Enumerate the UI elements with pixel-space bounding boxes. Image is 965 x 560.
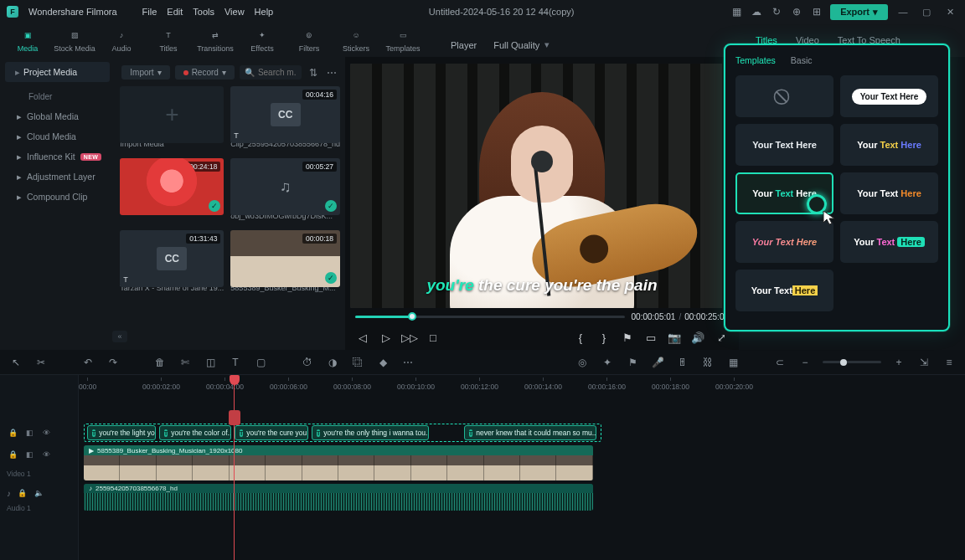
time-ruler[interactable]: 00:0000:00:02:0000:00:04:0000:00:06:0000… xyxy=(79,375,965,393)
scrub-bar[interactable]: 00:00:05:01/00:00:25:01 xyxy=(350,308,734,325)
tab-filters[interactable]: ⊚Filters xyxy=(286,28,332,55)
title-template-2[interactable]: Your Text Here xyxy=(735,124,833,166)
collapse-tree-button[interactable]: « xyxy=(112,331,127,342)
caption-clip[interactable]: Tyou're the only thing i wanna tou... xyxy=(312,425,429,440)
split-icon[interactable]: ✄ xyxy=(178,355,193,370)
quality-select[interactable]: Full Quality xyxy=(493,40,539,50)
tab-transitions[interactable]: ⇄Transitions xyxy=(193,28,238,55)
sort-icon[interactable]: ⇅ xyxy=(307,66,320,80)
text-tool-icon[interactable]: T xyxy=(228,355,243,370)
record-dropdown[interactable]: Record▾ xyxy=(175,65,235,80)
layout-icon[interactable]: ▦ xyxy=(730,5,743,18)
cloud-icon[interactable]: ☁ xyxy=(750,5,763,18)
frame-icon[interactable]: ▢ xyxy=(253,355,268,370)
group-icon[interactable]: ⿻ xyxy=(350,355,365,370)
render-icon[interactable]: ▦ xyxy=(725,355,741,370)
tree-folder[interactable]: Folder xyxy=(0,87,115,106)
export-button[interactable]: Export ▾ xyxy=(830,4,888,20)
menu-tools[interactable]: Tools xyxy=(193,7,214,17)
menu-help[interactable]: Help xyxy=(255,7,274,17)
player-tab[interactable]: Player xyxy=(451,40,477,50)
scrub-track[interactable] xyxy=(355,316,625,318)
menu-edit[interactable]: Edit xyxy=(167,7,183,17)
timeline-settings-icon[interactable]: ≡ xyxy=(942,355,957,370)
title-template-4[interactable]: Your Text Here xyxy=(735,172,833,214)
window-maximize[interactable]: ▢ xyxy=(918,7,935,18)
tab-titles[interactable]: TTitles xyxy=(146,28,191,55)
zoom-slider[interactable] xyxy=(823,361,881,363)
mute-icon[interactable]: 👁 xyxy=(40,449,52,460)
expand-icon[interactable]: ⤢ xyxy=(714,330,729,345)
pointer-tool-icon[interactable]: ↖ xyxy=(8,355,23,370)
scrub-thumb[interactable] xyxy=(408,312,416,321)
titles-tab-templates[interactable]: Templates xyxy=(735,54,776,67)
undo-icon[interactable]: ↶ xyxy=(80,355,95,370)
title-template-7[interactable]: Your Text Here xyxy=(840,221,938,263)
preview-viewport[interactable]: you're the cure you're the pain xyxy=(350,64,734,308)
lock-icon[interactable]: 🔒 xyxy=(7,427,18,439)
account-icon[interactable]: ⊞ xyxy=(810,5,823,18)
speed-icon[interactable]: ⏱ xyxy=(300,355,315,370)
window-minimize[interactable]: — xyxy=(895,7,911,17)
video-clip[interactable]: ▶5855389_Busker_Busking_Musician_1920x10… xyxy=(84,445,593,480)
zoom-in-icon[interactable]: + xyxy=(891,355,906,370)
clip-audio[interactable]: 00:05:27 ♫ ✓ xyxy=(230,158,340,215)
title-template-8[interactable]: Your Text Here xyxy=(735,270,833,311)
tree-compound-clip[interactable]: ▸Compound Clip xyxy=(0,187,115,207)
fit-icon[interactable]: ⇲ xyxy=(916,355,931,370)
title-template-none[interactable]: ⃠ xyxy=(735,75,833,117)
tab-stock-media[interactable]: ▧Stock Media xyxy=(52,28,97,55)
import-tile[interactable]: + xyxy=(120,86,224,143)
lock-icon[interactable]: 🔒 xyxy=(16,487,28,499)
playhead[interactable] xyxy=(234,375,235,560)
blade-tool-icon[interactable]: ✂ xyxy=(34,355,49,370)
title-template-5[interactable]: Your Text Here xyxy=(840,172,938,214)
brace-close-icon[interactable]: } xyxy=(596,330,612,345)
display-icon[interactable]: ▭ xyxy=(643,330,658,345)
more-icon[interactable]: ⋯ xyxy=(325,66,338,80)
audio-clip[interactable]: ♪2559542057038556678_hd xyxy=(84,484,593,511)
marker-tool-icon[interactable]: ⚑ xyxy=(625,355,640,370)
delete-icon[interactable]: 🗑 xyxy=(152,355,168,370)
next-frame-button[interactable]: ▷▷ xyxy=(402,330,417,345)
play-button[interactable]: ▷ xyxy=(379,330,394,345)
caption-clip[interactable]: Tnever knew that it could mean so mu... xyxy=(464,425,596,440)
visibility-icon[interactable]: ◧ xyxy=(23,449,35,460)
menu-view[interactable]: View xyxy=(224,7,245,17)
mute-icon[interactable]: 👁 xyxy=(40,427,52,439)
title-template-1[interactable]: Your Text Here xyxy=(840,75,938,117)
color-icon[interactable]: ◑ xyxy=(325,355,340,370)
timeline-canvas[interactable]: 00:0000:00:02:0000:00:04:0000:00:06:0000… xyxy=(79,375,965,560)
mic-icon[interactable]: 🎤 xyxy=(650,355,665,370)
media-search[interactable]: 🔍 xyxy=(240,65,302,80)
more-tools-icon[interactable]: ⋯ xyxy=(400,355,415,370)
notify-icon[interactable]: ⊕ xyxy=(790,5,803,18)
tree-global-media[interactable]: ▸Global Media xyxy=(0,106,115,126)
title-template-6[interactable]: Your Text Here xyxy=(735,221,833,263)
mixer-icon[interactable]: 🎚 xyxy=(675,355,690,370)
clip-raspberry[interactable]: 00:24:18 ✓ xyxy=(120,158,224,215)
ai-icon[interactable]: ◎ xyxy=(575,355,590,370)
caption-clip[interactable]: Tyou're the light yo... xyxy=(87,425,156,440)
search-input[interactable] xyxy=(258,68,297,77)
mute-icon[interactable]: 🔈 xyxy=(33,487,44,499)
title-template-3[interactable]: Your Text Here xyxy=(840,124,938,166)
window-close[interactable]: ✕ xyxy=(942,7,958,18)
clip-cc-2[interactable]: 01:31:43 CC T xyxy=(120,230,224,287)
keyframe-icon[interactable]: ◆ xyxy=(375,355,390,370)
marker-icon[interactable]: ⚑ xyxy=(620,330,635,345)
stop-button[interactable]: □ xyxy=(426,330,441,345)
crop-icon[interactable]: ◫ xyxy=(203,355,218,370)
redo-icon[interactable]: ↷ xyxy=(106,355,121,370)
titles-tab-basic[interactable]: Basic xyxy=(791,54,813,67)
link-icon[interactable]: ⛓ xyxy=(700,355,715,370)
tree-influence-kit[interactable]: ▸Influence KitNEW xyxy=(0,146,115,167)
visibility-icon[interactable]: ◧ xyxy=(23,427,35,439)
clip-cc-1[interactable]: 00:04:16 CC T xyxy=(230,86,340,143)
tree-cloud-media[interactable]: ▸Cloud Media xyxy=(0,126,115,146)
tree-header[interactable]: ▸ Project Media xyxy=(5,62,110,82)
lock-icon[interactable]: 🔒 xyxy=(7,449,18,460)
prev-frame-button[interactable]: ◁ xyxy=(355,330,370,345)
import-dropdown[interactable]: Import▾ xyxy=(121,65,169,80)
tab-audio[interactable]: ♪Audio xyxy=(99,28,144,55)
